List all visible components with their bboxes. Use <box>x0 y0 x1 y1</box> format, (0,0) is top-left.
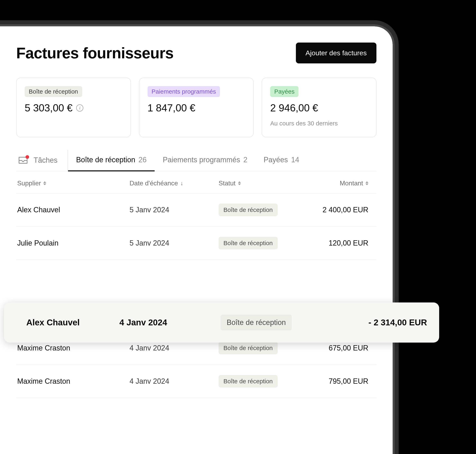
cell-status: Boîte de réception <box>219 342 308 354</box>
arrow-down-icon: ↓ <box>180 180 183 187</box>
cell-amount: 675,00 EUR <box>308 344 376 352</box>
badge-scheduled: Paiements programmés <box>147 86 220 97</box>
notification-dot-icon <box>25 155 29 159</box>
tab-paid-count: 14 <box>291 156 299 164</box>
col-due-date[interactable]: Date d'échéance ↓ <box>130 180 219 187</box>
table-row[interactable]: Julie Poulain5 Janv 2024Boîte de récepti… <box>16 227 376 260</box>
card-paid-subtitle: Au cours des 30 derniers <box>270 120 368 127</box>
card-scheduled-amount: 1 847,00 € <box>147 102 245 114</box>
device-inner: Factures fournisseurs Ajouter des factur… <box>0 24 395 454</box>
tab-inbox[interactable]: Boîte de réception 26 <box>68 150 155 171</box>
sort-icon <box>366 181 368 185</box>
col-supplier[interactable]: Supplier <box>16 180 130 187</box>
col-due-date-label: Date d'échéance <box>130 180 178 187</box>
page-title: Factures fournisseurs <box>16 44 173 62</box>
inbox-tray-icon <box>18 156 28 164</box>
col-supplier-label: Supplier <box>17 180 41 187</box>
card-paid[interactable]: Payées 2 946,00 € Au cours des 30 dernie… <box>262 78 376 137</box>
status-badge: Boîte de réception <box>219 204 278 216</box>
cell-supplier: Maxime Craston <box>16 377 130 386</box>
cell-date: 5 Janv 2024 <box>130 239 219 247</box>
cell-date: 4 Janv 2024 <box>130 344 219 352</box>
col-status[interactable]: Statut <box>219 180 308 187</box>
highlighted-row[interactable]: Alex Chauvel 4 Janv 2024 Boîte de récept… <box>4 303 439 343</box>
cell-date: 4 Janv 2024 <box>130 377 219 386</box>
card-inbox[interactable]: Boîte de réception 5 303,00 € i <box>16 78 131 137</box>
status-badge: Boîte de réception <box>219 342 278 354</box>
badge-inbox: Boîte de réception <box>25 86 82 97</box>
table-row[interactable]: Alex Chauvel5 Janv 2024Boîte de réceptio… <box>16 193 376 227</box>
status-badge: Boîte de réception <box>219 375 278 387</box>
highlight-status: Boîte de réception <box>221 315 316 330</box>
cell-status: Boîte de réception <box>219 375 308 387</box>
table-header: Supplier Date d'échéance ↓ Statut Montan… <box>16 171 376 193</box>
highlight-supplier: Alex Chauvel <box>26 318 119 327</box>
highlight-amount: - 2 314,00 EUR <box>316 318 427 327</box>
tab-tasks-label: Tâches <box>34 156 58 165</box>
cell-date: 5 Janv 2024 <box>130 206 219 214</box>
cell-status: Boîte de réception <box>219 204 308 216</box>
col-amount-label: Montant <box>340 180 363 187</box>
cell-amount: 795,00 EUR <box>308 377 376 386</box>
tab-scheduled[interactable]: Paiements programmés 2 <box>155 150 255 171</box>
sort-icon <box>43 181 46 185</box>
tab-tasks[interactable]: Tâches <box>16 150 68 171</box>
card-paid-amount: 2 946,00 € <box>270 102 368 114</box>
badge-paid: Payées <box>270 86 299 97</box>
tab-paid-label: Payées <box>264 156 288 164</box>
table-body: Alex Chauvel5 Janv 2024Boîte de réceptio… <box>16 193 376 398</box>
tabs: Tâches Boîte de réception 26 Paiements p… <box>16 150 376 171</box>
cell-supplier: Julie Poulain <box>16 239 130 247</box>
col-status-label: Statut <box>219 180 235 187</box>
sort-icon <box>238 181 241 185</box>
cell-supplier: Maxime Craston <box>16 344 130 352</box>
table-row[interactable]: Maxime Craston4 Janv 2024Boîte de récept… <box>16 365 376 398</box>
cell-status: Boîte de réception <box>219 237 308 250</box>
summary-cards: Boîte de réception 5 303,00 € i Paiement… <box>16 78 376 137</box>
cell-supplier: Alex Chauvel <box>16 206 130 214</box>
add-invoices-button[interactable]: Ajouter des factures <box>296 43 376 63</box>
info-icon[interactable]: i <box>76 104 83 112</box>
status-badge: Boîte de réception <box>219 237 278 250</box>
tab-scheduled-label: Paiements programmés <box>163 156 240 164</box>
device-frame: Factures fournisseurs Ajouter des factur… <box>0 20 399 454</box>
tab-paid[interactable]: Payées 14 <box>256 150 308 171</box>
app-screen: Factures fournisseurs Ajouter des factur… <box>0 26 393 454</box>
header: Factures fournisseurs Ajouter des factur… <box>16 43 376 63</box>
cell-amount: 120,00 EUR <box>308 239 376 247</box>
tab-scheduled-count: 2 <box>243 156 247 164</box>
card-scheduled[interactable]: Paiements programmés 1 847,00 € <box>139 78 254 137</box>
col-amount[interactable]: Montant <box>308 180 376 187</box>
tab-inbox-count: 26 <box>139 156 146 164</box>
highlight-date: 4 Janv 2024 <box>119 318 221 327</box>
card-inbox-amount-value: 5 303,00 € <box>25 102 73 114</box>
card-inbox-amount: 5 303,00 € i <box>25 102 122 114</box>
tab-inbox-label: Boîte de réception <box>76 156 135 164</box>
status-badge: Boîte de réception <box>221 315 292 330</box>
cell-amount: 2 400,00 EUR <box>308 206 376 214</box>
